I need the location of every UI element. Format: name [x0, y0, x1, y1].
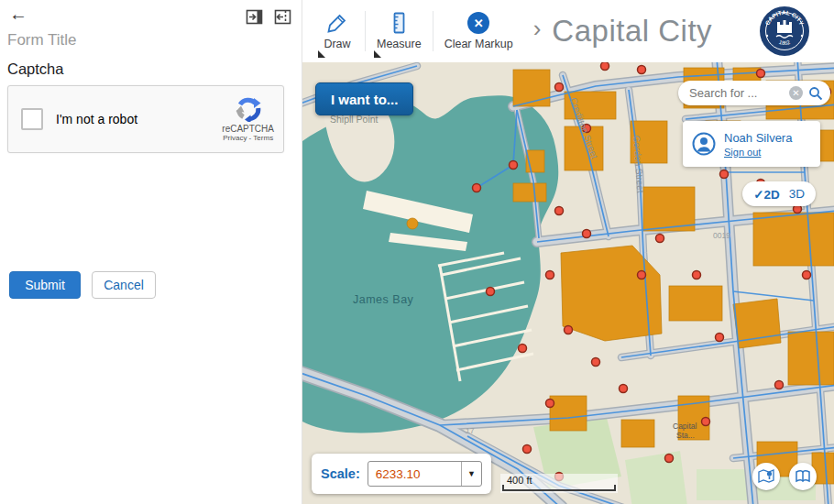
user-card: Noah Silvera Sign out — [683, 121, 820, 167]
user-name: Noah Silvera — [724, 131, 792, 145]
toggle-3d-button[interactable]: 3D — [789, 187, 805, 201]
book-icon — [795, 468, 811, 485]
scale-value: 6233.10 — [368, 467, 461, 481]
back-button[interactable]: ← — [9, 4, 27, 25]
top-toolbar: Draw Measure ✕ Clear Markup › Capital Ci… — [302, 0, 834, 62]
chevron-down-icon: ▼ — [461, 462, 481, 486]
main-area: Draw Measure ✕ Clear Markup › Capital Ci… — [302, 0, 834, 504]
search-icon[interactable] — [808, 86, 823, 101]
panel-controls — [245, 7, 292, 27]
search-input[interactable] — [689, 86, 784, 100]
submit-button[interactable]: Submit — [9, 271, 81, 299]
user-icon — [692, 132, 716, 156]
label-sta: Sta... — [676, 431, 695, 440]
recaptcha-widget: I'm not a robot reCAPTCHA Privacy - Term… — [7, 85, 284, 153]
form-title: Form Title — [7, 31, 77, 49]
label-parcel: 0019 — [713, 231, 730, 240]
toolbar-separator — [365, 11, 366, 51]
app-window: ← Form Title Captcha I'm not a robot — [0, 0, 834, 504]
pencil-icon — [326, 12, 348, 34]
draw-label: Draw — [324, 38, 350, 50]
scalebar: 400 ft — [500, 474, 618, 493]
clear-markup-label: Clear Markup — [444, 38, 513, 50]
captcha-heading: Captcha — [7, 60, 63, 78]
scale-widget: Scale: 6233.10 ▼ — [312, 454, 491, 494]
scale-dropdown[interactable]: 6233.10 ▼ — [368, 461, 482, 487]
form-actions: Submit Cancel — [9, 271, 156, 299]
recaptcha-checkbox[interactable] — [21, 108, 43, 130]
map-view[interactable]: Shipll Point James Bay Creditton Street … — [302, 62, 834, 504]
scale-label: Scale: — [321, 466, 360, 481]
recaptcha-brand: reCAPTCHA Privacy - Terms — [222, 96, 274, 142]
measure-dropdown-caret — [374, 50, 381, 58]
breadcrumb-chevron[interactable]: › — [533, 15, 542, 43]
toolbar-separator — [433, 11, 433, 51]
label-road17: 17 — [466, 426, 475, 435]
recaptcha-logo-icon — [236, 96, 261, 122]
recaptcha-label: I'm not a robot — [56, 112, 137, 126]
check-icon: ✓ — [753, 188, 763, 202]
label-capital: Capital — [673, 422, 697, 431]
draw-dropdown-caret — [318, 50, 325, 58]
clear-markup-icon: ✕ — [467, 12, 489, 34]
dock-panel-icon[interactable] — [245, 7, 264, 27]
recaptcha-brand-name: reCAPTCHA — [222, 124, 274, 134]
sign-out-link[interactable]: Sign out — [724, 147, 792, 158]
measure-tool-button[interactable]: Measure — [369, 0, 429, 62]
app-title: Capital City — [552, 14, 712, 49]
search-clear-icon[interactable]: ✕ — [789, 86, 803, 100]
label-james-bay: James Bay — [353, 293, 414, 306]
recaptcha-privacy-terms[interactable]: Privacy - Terms — [223, 134, 273, 142]
i-want-to-button[interactable]: I want to... — [315, 82, 413, 115]
view-dimension-toggle: ✓2D 3D — [742, 181, 816, 206]
clear-markup-button[interactable]: ✕ Clear Markup — [437, 0, 521, 62]
draw-tool-button[interactable]: Draw — [313, 0, 361, 62]
ruler-icon — [388, 12, 410, 34]
search-bar: ✕ — [678, 81, 830, 105]
measure-label: Measure — [377, 38, 422, 50]
form-panel: ← Form Title Captcha I'm not a robot — [0, 0, 302, 504]
scalebar-bracket — [502, 485, 616, 491]
expand-panel-icon[interactable] — [273, 7, 292, 27]
basemap-button[interactable] — [752, 463, 780, 490]
basemap-icon — [757, 467, 775, 486]
cancel-button[interactable]: Cancel — [92, 271, 156, 299]
bookmarks-button[interactable] — [789, 463, 817, 490]
capital-city-logo: CAPITAL CITY 1862 — [759, 5, 810, 57]
toggle-2d-button[interactable]: ✓2D — [753, 187, 780, 202]
